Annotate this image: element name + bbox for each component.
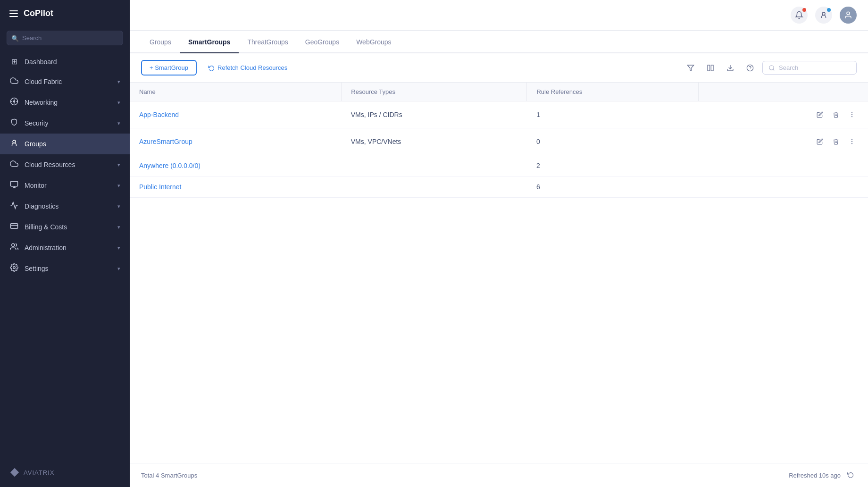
menu-icon[interactable] — [9, 10, 18, 17]
row-actions — [708, 108, 859, 121]
refresh-button[interactable] — [844, 469, 857, 481]
networking-icon — [9, 97, 19, 108]
smartgroups-table-wrap: Name Resource Types Rule References App-… — [130, 83, 868, 463]
sidebar-item-networking[interactable]: Networking ▾ — [0, 92, 130, 113]
cell-name[interactable]: Anywhere (0.0.0.0/0) — [130, 155, 342, 176]
sidebar-item-label-cloud-resources: Cloud Resources — [25, 161, 112, 168]
sidebar-item-security[interactable]: Security ▾ — [0, 113, 130, 134]
cell-name[interactable]: AzureSmartGroup — [130, 128, 342, 155]
groups-icon — [9, 139, 19, 149]
cell-rule-references: 0 — [527, 128, 699, 155]
help-icon — [746, 64, 754, 72]
columns-button[interactable] — [703, 60, 718, 76]
settings-icon — [9, 263, 19, 274]
sidebar-item-label-security: Security — [25, 119, 112, 127]
sidebar-search-container: 🔍 — [0, 27, 130, 52]
sidebar-item-administration[interactable]: Administration ▾ — [0, 237, 130, 258]
sidebar-item-monitor[interactable]: Monitor ▾ — [0, 175, 130, 196]
table-search-container — [762, 61, 857, 75]
refresh-info: Refreshed 10s ago — [789, 469, 857, 481]
sidebar-item-label-administration: Administration — [25, 244, 112, 252]
table-search-icon — [768, 65, 775, 71]
sidebar-item-dashboard[interactable]: ⊞ Dashboard — [0, 52, 130, 71]
total-count-label: Total 4 SmartGroups — [141, 472, 197, 479]
user-avatar[interactable] — [840, 7, 857, 24]
add-smartgroup-button[interactable]: + SmartGroup — [141, 60, 197, 76]
svg-rect-2 — [11, 181, 18, 186]
sidebar-item-label-monitor: Monitor — [25, 182, 112, 189]
svg-point-22 — [851, 143, 852, 144]
columns-icon — [707, 64, 714, 72]
aviatrix-logo-mark — [9, 467, 20, 478]
cell-actions — [699, 128, 868, 155]
aviatrix-label: aviatrix — [24, 469, 54, 476]
sidebar-item-diagnostics[interactable]: Diagnostics ▾ — [0, 196, 130, 217]
tab-geogroups[interactable]: GeoGroups — [297, 31, 348, 53]
delete-button[interactable] — [829, 108, 843, 121]
more-button[interactable] — [845, 108, 859, 121]
svg-point-5 — [13, 267, 16, 269]
col-header-actions — [699, 83, 868, 101]
cell-actions — [699, 176, 868, 198]
notifications-button[interactable] — [791, 7, 808, 24]
chevron-down-icon-billing: ▾ — [117, 224, 120, 230]
administration-icon — [9, 243, 19, 253]
sidebar-item-groups[interactable]: Groups — [0, 134, 130, 154]
tab-threatgroups[interactable]: ThreatGroups — [239, 31, 296, 53]
sidebar-item-label-billing: Billing & Costs — [25, 223, 112, 231]
cell-resource-types — [342, 176, 527, 198]
svg-point-20 — [851, 139, 852, 140]
chevron-down-icon-diagnostics: ▾ — [117, 203, 120, 210]
smartgroups-table: Name Resource Types Rule References App-… — [130, 83, 868, 198]
table-header-row: Name Resource Types Rule References — [130, 83, 868, 101]
sidebar-item-label-diagnostics: Diagnostics — [25, 202, 112, 210]
sidebar-item-cloud-fabric[interactable]: Cloud Fabric ▾ — [0, 71, 130, 92]
edit-button[interactable] — [813, 135, 826, 148]
svg-rect-10 — [708, 65, 710, 71]
svg-rect-11 — [711, 65, 713, 71]
delete-button[interactable] — [829, 135, 843, 148]
page-tabs: Groups SmartGroups ThreatGroups GeoGroup… — [130, 31, 868, 53]
help-button[interactable] — [743, 60, 758, 76]
main-content: Groups SmartGroups ThreatGroups GeoGroup… — [130, 0, 868, 487]
svg-point-21 — [851, 141, 852, 142]
row-actions — [708, 135, 859, 148]
more-button[interactable] — [845, 135, 859, 148]
svg-point-15 — [769, 65, 774, 69]
chevron-down-icon: ▾ — [117, 79, 120, 85]
cell-resource-types: VMs, IPs / CIDRs — [342, 101, 527, 128]
cell-name[interactable]: Public Internet — [130, 176, 342, 198]
table-row: AzureSmartGroupVMs, VPC/VNets0 — [130, 128, 868, 155]
sidebar-item-billing-costs[interactable]: Billing & Costs ▾ — [0, 217, 130, 237]
filter-button[interactable] — [683, 60, 698, 76]
tab-smartgroups[interactable]: SmartGroups — [180, 31, 239, 53]
sidebar-item-settings[interactable]: Settings ▾ — [0, 258, 130, 279]
user-alerts-button[interactable] — [815, 7, 832, 24]
diagnostics-icon — [9, 201, 19, 211]
download-icon — [726, 64, 734, 72]
table-search-input[interactable] — [779, 64, 850, 71]
page-content: Groups SmartGroups ThreatGroups GeoGroup… — [130, 31, 868, 487]
refetch-button[interactable]: Refetch Cloud Resources — [201, 61, 294, 75]
edit-button[interactable] — [813, 108, 826, 121]
tab-webgroups[interactable]: WebGroups — [348, 31, 400, 53]
download-button[interactable] — [723, 60, 738, 76]
chevron-down-icon-cloud-resources: ▾ — [117, 162, 120, 168]
monitor-icon — [9, 180, 19, 191]
dashboard-icon: ⊞ — [9, 57, 19, 66]
cell-rule-references: 2 — [527, 155, 699, 176]
notification-badge — [802, 8, 806, 12]
sidebar-header: CoPilot — [0, 0, 130, 27]
cell-actions — [699, 101, 868, 128]
svg-rect-3 — [11, 224, 18, 229]
svg-line-16 — [773, 69, 775, 70]
sidebar-item-label-cloud-fabric: Cloud Fabric — [25, 78, 112, 85]
table-footer: Total 4 SmartGroups Refreshed 10s ago — [130, 463, 868, 487]
cell-name[interactable]: App-Backend — [130, 101, 342, 128]
cell-rule-references: 1 — [527, 101, 699, 128]
svg-marker-9 — [687, 65, 693, 71]
tab-groups[interactable]: Groups — [141, 31, 180, 53]
svg-point-8 — [847, 12, 850, 15]
sidebar-item-cloud-resources[interactable]: Cloud Resources ▾ — [0, 154, 130, 175]
sidebar-search-input[interactable] — [7, 31, 123, 45]
